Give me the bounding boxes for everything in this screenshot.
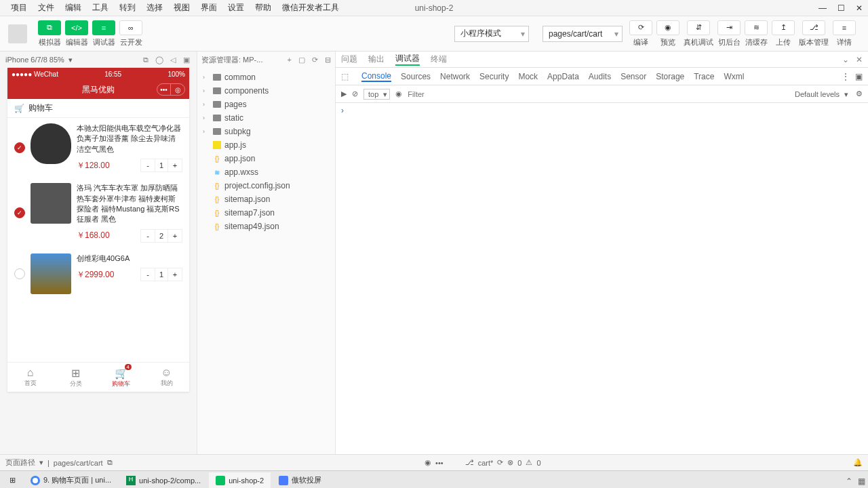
new-folder-icon[interactable]: ▢ [298,56,305,64]
devtool-tab[interactable]: Sensor [620,72,646,81]
play-icon[interactable]: ▶ [341,89,347,98]
devtool-tab[interactable]: Wxml [724,72,744,81]
dock-icon[interactable]: ▣ [855,72,863,81]
taskbar-item[interactable]: 9. 购物车页面 | uni... [24,472,118,489]
item-thumb[interactable] [31,253,71,294]
more-icon[interactable]: ••• [435,459,443,467]
menu-item[interactable]: 工具 [87,2,114,14]
menu-item[interactable]: 项目 [5,2,33,14]
screenshot-icon[interactable]: ▣ [182,55,191,64]
qty-minus[interactable]: - [141,230,155,242]
menu-item[interactable]: 界面 [195,2,222,14]
file-node[interactable]: {}sitemap.json [197,192,335,206]
folder-node[interactable]: ›static [197,111,335,125]
taskbar-item[interactable]: Huni-shop-2/comp... [119,472,208,489]
panel-tab[interactable]: 问题 [341,54,357,65]
gear-icon[interactable]: ⚙ [856,89,863,98]
file-node[interactable]: ≋app.wxss [197,165,335,179]
device-label[interactable]: iPhone 6/7/8 85% [5,56,64,64]
copy-icon[interactable]: ⧉ [107,458,113,467]
devtool-tab[interactable]: Storage [656,72,684,81]
panel-tab[interactable]: 输出 [368,54,384,65]
version-button[interactable]: ⎇版本管理 [799,20,829,47]
devtool-tab[interactable]: Trace [694,72,714,81]
target-icon[interactable]: ◎ [171,84,184,95]
start-button[interactable]: ⊞ [3,472,22,489]
item-checkbox[interactable]: ✓ [14,142,25,153]
file-node[interactable]: app.js [197,138,335,152]
close-button[interactable]: ✕ [856,3,863,13]
cloud-button[interactable]: ∞云开发 [119,20,142,47]
minimize-button[interactable]: — [818,3,827,13]
mute-icon[interactable]: ◁ [168,55,178,64]
clear-icon[interactable]: ⊘ [352,89,358,98]
menu-item[interactable]: 选择 [141,2,168,14]
devtool-tab[interactable]: Audits [589,72,611,81]
record-icon[interactable]: ◯ [155,55,164,64]
error-icon[interactable]: ⊗ [507,458,513,467]
menu-item[interactable]: 设置 [222,2,250,14]
bell-icon[interactable]: 🔔 [853,458,863,467]
tab-home[interactable]: ⌂首页 [7,363,53,392]
devtool-tab[interactable]: AppData [547,72,579,81]
file-node[interactable]: {}app.json [197,152,335,165]
file-node[interactable]: {}project.config.json [197,179,335,192]
levels-select[interactable]: Default levels [791,89,850,99]
refresh-icon[interactable]: ⟳ [312,56,318,64]
collapse-icon[interactable]: ⊟ [325,56,331,64]
clear-cache-button[interactable]: ≋清缓存 [745,20,768,47]
menu-item[interactable]: 文件 [33,2,60,14]
folder-node[interactable]: ›components [197,84,335,98]
qty-plus[interactable]: + [168,159,182,171]
chevron-down-icon[interactable]: ⌄ [842,55,849,64]
devtool-tab[interactable]: Sources [401,72,431,81]
menu-item[interactable]: 帮助 [250,2,277,14]
upload-button[interactable]: ↥上传 [772,20,795,47]
taskbar-item[interactable]: uni-shop-2 [209,472,271,489]
eye-icon[interactable]: ◉ [395,89,402,98]
qty-minus[interactable]: - [141,159,155,171]
filter-input[interactable] [408,90,785,98]
tab-cart[interactable]: 🛒4购物车 [98,363,144,392]
item-checkbox[interactable]: ✓ [14,207,25,218]
branch-name[interactable]: cart* [478,459,494,467]
devtool-tab[interactable]: Console [361,71,391,82]
menu-item[interactable]: 视图 [168,2,195,14]
context-select[interactable]: top [363,89,390,100]
tray-icon[interactable]: ▦ [858,476,865,486]
debugger-button[interactable]: ≡调试器 [92,20,115,47]
menu-item[interactable]: 转到 [114,2,141,14]
folder-node[interactable]: ›subpkg [197,125,335,138]
panel-tab[interactable]: 终端 [431,54,447,65]
item-thumb[interactable] [31,183,71,224]
avatar[interactable] [8,24,27,43]
background-button[interactable]: ⇥切后台 [717,20,741,47]
page-path-label[interactable]: 页面路径 [5,458,35,468]
folder-node[interactable]: ›common [197,70,335,84]
simulator-button[interactable]: ⧉模拟器 [38,20,61,47]
menu-item[interactable]: 微信开发者工具 [277,2,344,14]
maximize-button[interactable]: ☐ [837,3,845,13]
menu-item[interactable]: 编辑 [60,2,87,14]
panel-tab[interactable]: 调试器 [395,53,420,66]
qty-plus[interactable]: + [168,230,182,242]
qty-minus[interactable]: - [141,268,155,281]
folder-node[interactable]: ›pages [197,98,335,111]
page-select[interactable]: pages/cart/cart [542,26,623,42]
eye-icon[interactable]: ◉ [425,458,431,467]
tab-category[interactable]: ⊞分类 [53,363,98,392]
warning-icon[interactable]: ⚠ [526,458,532,467]
item-checkbox[interactable] [14,268,25,279]
sync-icon[interactable]: ⟳ [497,458,503,467]
devtool-tab[interactable]: Mock [518,72,538,81]
remote-debug-button[interactable]: ⇵真机调试 [684,20,713,47]
tray-chevron-icon[interactable]: ⌃ [846,476,852,486]
file-node[interactable]: {}sitemap7.json [197,206,335,220]
preview-button[interactable]: ◉预览 [656,20,679,47]
devtool-tab[interactable]: Security [479,72,509,81]
taskbar-item[interactable]: 傲软投屏 [272,472,328,489]
menu-icon[interactable]: ••• [157,84,171,95]
compile-button[interactable]: ⟳编译 [629,20,652,47]
details-button[interactable]: ≡详情 [833,20,856,47]
tab-my[interactable]: ☺我的 [144,363,189,392]
